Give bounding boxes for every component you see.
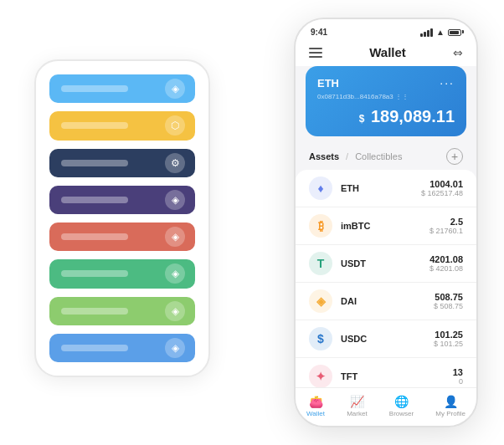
color-card-7: ◈ [49,334,195,362]
color-card-icon-1: ⬡ [165,115,185,136]
eth-card-top: ETH ··· [317,76,455,90]
nav-label-browser: Browser [389,410,414,417]
asset-usd-eth: $ 162517.48 [421,189,463,197]
color-card-icon-2: ⚙ [165,153,185,173]
assets-tabs: Assets / Collectibles [309,151,402,161]
nav-icon-browser: 🌐 [394,395,409,408]
tab-collectibles[interactable]: Collectibles [355,151,402,161]
status-icons: ▲ [420,28,461,37]
color-card-text-3 [61,197,128,203]
color-card-icon-7: ◈ [165,338,185,358]
asset-values-usdc: 101.25$ 101.25 [434,330,463,348]
asset-amount-usdt: 4201.08 [429,254,463,264]
asset-icon-dai: ◈ [309,289,332,313]
time-label: 9:41 [311,28,327,37]
asset-name-imbtc: imBTC [341,221,429,231]
signal-icon [420,28,433,37]
asset-icon-eth: ♦ [309,176,332,200]
asset-item-eth[interactable]: ♦ETH1004.01$ 162517.48 [296,170,476,207]
asset-amount-dai: 508.75 [434,292,463,302]
color-card-text-0 [61,85,128,92]
nav-title: Wallet [369,45,406,59]
asset-amount-tft: 13 [453,367,463,377]
top-nav: Wallet ⇔ [296,40,476,66]
eth-dollar: $ [359,113,365,125]
expand-icon[interactable]: ⇔ [453,46,463,59]
asset-amount-eth: 1004.01 [421,179,463,189]
asset-name-usdc: USDC [341,334,434,344]
nav-item-wallet[interactable]: 👛Wallet [306,395,325,417]
asset-values-dai: 508.75$ 508.75 [434,292,463,310]
asset-values-usdt: 4201.08$ 4201.08 [429,254,463,273]
nav-label-market: Market [347,410,367,417]
bottom-nav: 👛Wallet📈Market🌐Browser👤My Profile [296,387,476,426]
asset-values-imbtc: 2.5$ 21760.1 [429,217,463,235]
color-card-3: ◈ [49,186,195,214]
asset-icon-tft: ✦ [309,365,332,387]
eth-card-balance: $ 189,089.11 [317,107,455,126]
tab-assets[interactable]: Assets [309,151,339,161]
asset-item-usdc[interactable]: $USDC101.25$ 101.25 [296,320,476,358]
status-bar: 9:41 ▲ [296,19,476,40]
asset-item-dai[interactable]: ◈DAI508.75$ 508.75 [296,283,476,320]
battery-icon [448,29,461,36]
eth-card-label: ETH [317,77,339,90]
nav-item-market[interactable]: 📈Market [347,395,367,417]
color-card-0: ◈ [49,74,195,103]
color-card-1: ⬡ [49,111,195,140]
nav-icon-market: 📈 [350,395,364,408]
color-card-icon-0: ◈ [165,79,185,99]
color-card-icon-4: ◈ [165,227,185,247]
asset-icon-imbtc: ₿ [309,214,332,238]
bg-phone: ◈⬡⚙◈◈◈◈◈ [34,59,210,377]
nav-label-wallet: Wallet [306,410,325,417]
asset-values-tft: 130 [453,367,463,386]
asset-amount-imbtc: 2.5 [429,217,463,227]
asset-icon-usdt: T [309,252,332,275]
color-card-6: ◈ [49,297,195,325]
tab-separator: / [346,151,348,161]
color-card-5: ◈ [49,259,195,288]
eth-card-dots: ··· [440,76,455,90]
asset-usd-usdc: $ 101.25 [434,340,463,348]
eth-balance-value: 189,089.11 [366,107,455,125]
nav-item-my-profile[interactable]: 👤My Profile [435,395,465,417]
eth-card-address: 0x08711d3b...8416a78a3 ⋮⋮ [317,93,455,100]
asset-name-tft: TFT [341,371,453,381]
asset-item-imbtc[interactable]: ₿imBTC2.5$ 21760.1 [296,207,476,245]
asset-values-eth: 1004.01$ 162517.48 [421,179,463,197]
nav-icon-my-profile: 👤 [444,395,458,408]
asset-name-eth: ETH [341,183,421,193]
nav-label-my-profile: My Profile [435,410,465,417]
color-card-text-7 [61,345,128,351]
assets-header: Assets / Collectibles + [296,145,476,170]
asset-name-dai: DAI [341,296,434,306]
color-card-text-5 [61,270,128,277]
nav-item-browser[interactable]: 🌐Browser [389,395,414,417]
add-button[interactable]: + [446,148,463,165]
asset-list: ♦ETH1004.01$ 162517.48₿imBTC2.5$ 21760.1… [296,170,476,387]
scene: ◈⬡⚙◈◈◈◈◈ 9:41 ▲ [9,9,495,436]
asset-item-tft[interactable]: ✦TFT130 [296,358,476,387]
nav-icon-wallet: 👛 [309,395,323,408]
asset-item-usdt[interactable]: TUSDT4201.08$ 4201.08 [296,245,476,283]
color-card-icon-5: ◈ [165,263,185,284]
asset-usd-usdt: $ 4201.08 [429,264,463,273]
menu-icon[interactable] [309,48,322,58]
color-card-text-2 [61,160,128,166]
asset-amount-usdc: 101.25 [434,330,463,340]
color-card-4: ◈ [49,222,195,251]
color-card-icon-6: ◈ [165,301,185,321]
eth-card[interactable]: ETH ··· 0x08711d3b...8416a78a3 ⋮⋮ $ 189,… [306,66,466,136]
asset-icon-usdc: $ [309,327,332,350]
asset-usd-dai: $ 508.75 [434,302,463,310]
asset-name-usdt: USDT [341,258,429,269]
color-card-icon-3: ◈ [165,190,185,210]
color-card-text-6 [61,308,128,315]
wifi-icon: ▲ [436,28,445,37]
color-card-text-1 [61,122,128,129]
color-card-text-4 [61,233,128,240]
color-card-2: ⚙ [49,149,195,177]
asset-usd-tft: 0 [453,377,463,386]
asset-usd-imbtc: $ 21760.1 [429,227,463,235]
